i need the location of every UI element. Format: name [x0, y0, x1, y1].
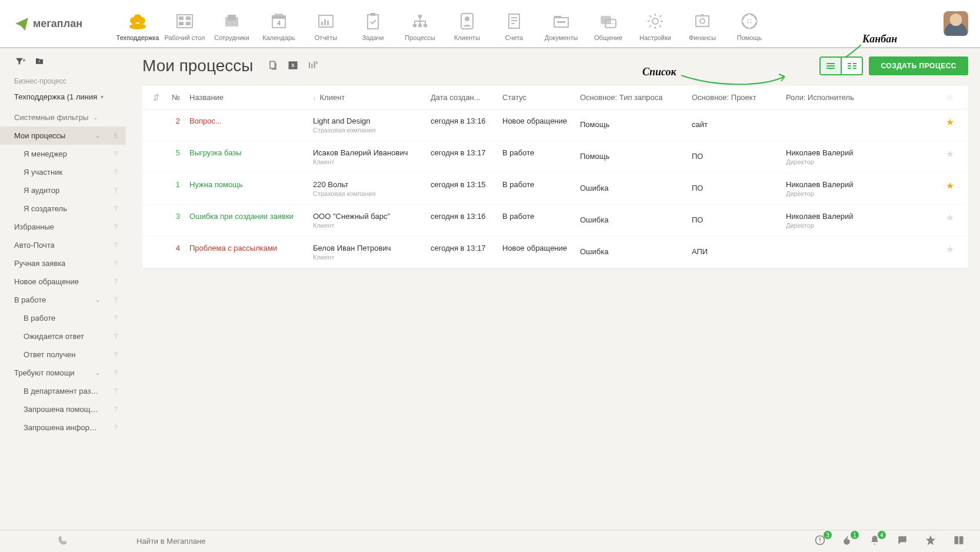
list-icon [825, 62, 836, 70]
sidebar-item[interactable]: Авто-Почта? [0, 236, 126, 254]
sidebar-item[interactable]: В работе? [0, 309, 126, 327]
star-icon[interactable]: ☆ [946, 93, 954, 102]
export-excel-icon[interactable]: X [287, 59, 299, 73]
table-header: ⇵ № Название ↓Клиент Дата создан... Стат… [142, 86, 968, 109]
sidebar-sys-filters[interactable]: Системные фильтры ⌄ [0, 108, 126, 127]
sidebar-item[interactable]: Запрошена информа...? [0, 418, 126, 437]
nav-item-10[interactable]: Общение [585, 6, 632, 41]
th-role[interactable]: Роли: Исполнитель [786, 93, 942, 102]
nav-label: Финансы [689, 34, 716, 41]
brand-logo[interactable]: мегаплан [14, 16, 114, 31]
global-search-input[interactable] [136, 537, 788, 546]
th-project[interactable]: Основное: Проект [692, 93, 786, 102]
create-process-button[interactable]: СОЗДАТЬ ПРОЦЕСС [869, 56, 968, 75]
table-row[interactable]: 1Нужна помощь220 ВольтСтраховая компания… [142, 173, 968, 205]
nav-icon [128, 12, 148, 31]
nav-item-3[interactable]: 4июньКалендарь [255, 6, 302, 41]
sidebar-item[interactable]: В работе⌄? [0, 291, 126, 309]
sidebar-item[interactable]: Мои процессы⌄5 [0, 127, 126, 145]
book-icon[interactable] [953, 534, 965, 548]
sidebar-item[interactable]: Я создатель? [0, 199, 126, 218]
nav-icon [599, 12, 617, 31]
th-status[interactable]: Статус [502, 93, 580, 102]
star-toggle[interactable]: ★ [942, 148, 958, 159]
sidebar-item[interactable]: Запрошена помощь ...? [0, 400, 126, 418]
svg-point-3 [129, 24, 146, 29]
page-title: Мои процессы [142, 56, 253, 75]
chevron-down-icon: ⌄ [95, 370, 100, 376]
process-name[interactable]: Вопрос... [189, 117, 313, 125]
nav-label: Счета [505, 34, 523, 41]
svg-rect-30 [557, 21, 565, 23]
star-icon[interactable] [925, 534, 936, 548]
th-no[interactable]: № [168, 93, 189, 102]
alerts-icon[interactable]: 3 [814, 534, 826, 548]
nav-item-13[interactable]: Помощь [726, 6, 773, 41]
nav-label: Помощь [737, 34, 762, 41]
sidebar-item[interactable]: Ручная заявка? [0, 254, 126, 272]
sidebar-item[interactable]: Избранные? [0, 218, 126, 236]
svg-text:+: + [38, 59, 41, 64]
star-toggle[interactable]: ★ [942, 180, 958, 191]
process-name[interactable]: Выгрузка базы [189, 148, 313, 157]
view-kanban-button[interactable] [841, 56, 863, 75]
th-date[interactable]: Дата создан... [431, 93, 502, 102]
nav-item-12[interactable]: Финансы [679, 6, 726, 41]
process-name[interactable]: Проблема с рассылками [189, 244, 313, 252]
svg-rect-7 [179, 22, 184, 25]
nav-item-1[interactable]: Рабочий стол [161, 6, 208, 41]
sidebar-bp-select[interactable]: Техподдержка (1 линия ▾ [0, 89, 126, 108]
star-toggle[interactable]: ★ [942, 212, 958, 223]
nav-item-9[interactable]: Документы [538, 6, 585, 41]
sort-down-icon: ↓ [313, 94, 316, 101]
process-name[interactable]: Ошибка при создании заявки [189, 212, 313, 221]
sidebar-item[interactable]: Я аудитор? [0, 181, 126, 199]
nav-item-5[interactable]: Задачи [349, 6, 396, 41]
nav-item-4[interactable]: Отчёты [302, 6, 349, 41]
annotation-kanban: Канбан [862, 33, 897, 45]
nav-icon [459, 12, 475, 31]
process-table: ⇵ № Название ↓Клиент Дата создан... Стат… [142, 86, 968, 268]
chat-icon[interactable] [896, 534, 908, 548]
bell-icon[interactable]: 4 [869, 534, 880, 548]
nav-label: Сотрудники [214, 34, 249, 41]
table-row[interactable]: 5Выгрузка базыИсаков Валерий ИвановичКли… [142, 141, 968, 173]
nav-item-7[interactable]: Клиенты [444, 6, 491, 41]
phone-icon[interactable] [58, 535, 68, 547]
filter-icon[interactable]: + [14, 56, 28, 68]
columns-icon[interactable] [307, 59, 319, 73]
sidebar-item[interactable]: В департамент разра...? [0, 382, 126, 400]
th-client[interactable]: ↓Клиент [313, 93, 431, 102]
table-row[interactable]: 4Проблема с рассылкамиБелов Иван Петрови… [142, 237, 968, 268]
nav-item-0[interactable]: Техподдержка [114, 6, 161, 41]
th-name[interactable]: Название [189, 93, 313, 102]
chevron-down-icon: ⌄ [93, 114, 98, 121]
th-type[interactable]: Основное: Тип запроса [580, 93, 692, 102]
table-row[interactable]: 2Вопрос...Light and DesignСтраховая комп… [142, 109, 968, 141]
nav-item-6[interactable]: Процессы [396, 6, 444, 41]
star-toggle[interactable]: ★ [942, 117, 958, 128]
sidebar-item[interactable]: Ожидается ответ? [0, 327, 126, 345]
svg-point-26 [465, 16, 469, 21]
nav-item-2[interactable]: Сотрудники [208, 6, 255, 41]
fire-icon[interactable]: 1 [842, 534, 853, 548]
sidebar-bp-heading: Бизнес-процесс [0, 74, 126, 89]
sidebar-item[interactable]: Я менеджер? [0, 145, 126, 163]
sort-columns-icon[interactable]: ⇵ [153, 93, 159, 102]
sidebar-item[interactable]: Я участник? [0, 163, 126, 181]
nav-icon [741, 12, 758, 31]
nav-item-8[interactable]: Счета [491, 6, 538, 41]
svg-point-2 [134, 14, 142, 22]
copy-icon[interactable]: + [267, 59, 279, 73]
add-folder-icon[interactable]: + [34, 56, 45, 68]
chevron-down-icon: ⌄ [95, 132, 100, 139]
user-avatar[interactable] [944, 11, 968, 36]
process-name[interactable]: Нужна помощь [189, 180, 313, 189]
sidebar-item[interactable]: Ответ получен? [0, 345, 126, 364]
view-list-button[interactable] [819, 56, 842, 75]
nav-item-11[interactable]: Настройки [632, 6, 679, 41]
sidebar-item[interactable]: Требуют помощи⌄? [0, 364, 126, 382]
table-row[interactable]: 3Ошибка при создании заявкиООО "Снежный … [142, 205, 968, 237]
star-toggle[interactable]: ★ [942, 244, 958, 255]
sidebar-item[interactable]: Новое обращение? [0, 272, 126, 291]
